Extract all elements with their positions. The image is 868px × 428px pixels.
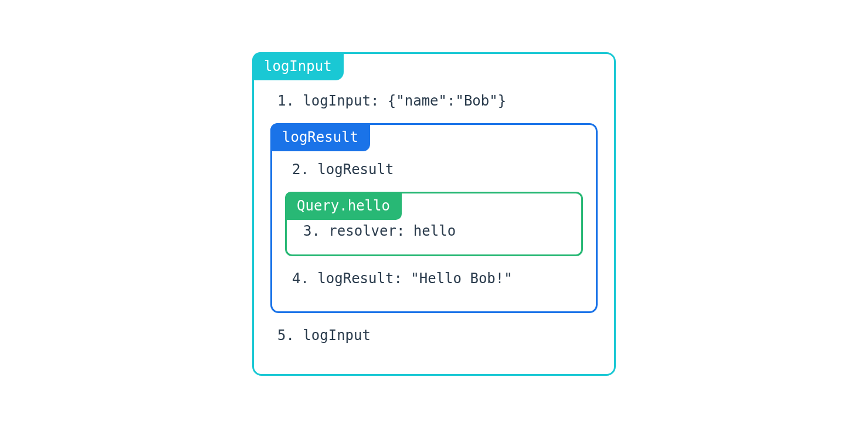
step-3: 3. resolver: hello	[299, 223, 569, 239]
log-input-box: logInput 1. logInput: {"name":"Bob"} log…	[252, 52, 616, 376]
log-input-label: logInput	[252, 52, 344, 80]
step-5: 5. logInput	[270, 327, 598, 344]
log-result-box: logResult 2. logResult Query.hello 3. re…	[270, 123, 598, 313]
step-4: 4. logResult: "Hello Bob!"	[285, 270, 583, 287]
step-2: 2. logResult	[285, 161, 583, 178]
step-1: 1. logInput: {"name":"Bob"}	[270, 93, 598, 109]
query-hello-label: Query.hello	[285, 192, 402, 220]
log-result-label: logResult	[270, 123, 370, 151]
query-hello-box: Query.hello 3. resolver: hello	[285, 192, 583, 256]
